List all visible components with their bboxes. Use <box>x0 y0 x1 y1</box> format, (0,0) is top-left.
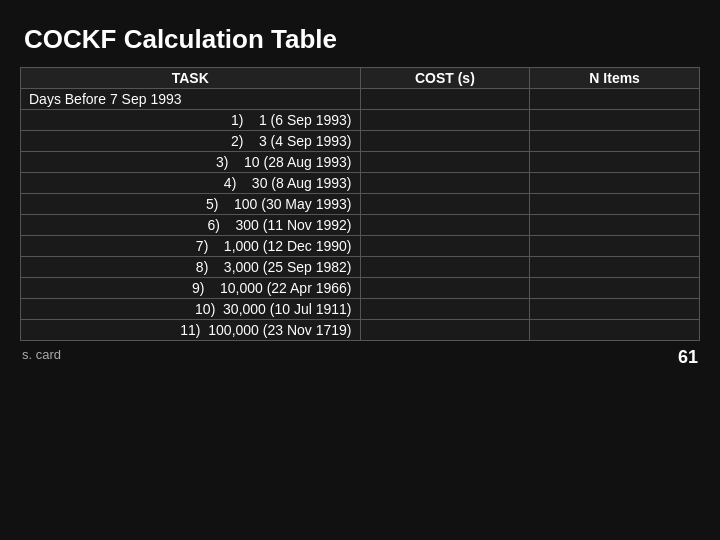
table-body: Days Before 7 Sep 1993 1)1 (6 Sep 1993)2… <box>21 89 700 341</box>
table-row: 2)3 (4 Sep 1993) <box>21 131 700 152</box>
main-container: COCKF Calculation Table TASK COST (s) N … <box>20 24 700 368</box>
nitems-cell <box>530 152 700 173</box>
calc-table: TASK COST (s) N Items Days Before 7 Sep … <box>20 67 700 341</box>
cost-cell <box>360 320 530 341</box>
task-cell: 1)1 (6 Sep 1993) <box>21 110 361 131</box>
task-cell: 2)3 (4 Sep 1993) <box>21 131 361 152</box>
task-cell: 9)10,000 (22 Apr 1966) <box>21 278 361 299</box>
table-row: 3)10 (28 Aug 1993) <box>21 152 700 173</box>
task-cell: 4)30 (8 Aug 1993) <box>21 173 361 194</box>
footer-right: 61 <box>678 347 698 368</box>
task-cell: 6)300 (11 Nov 1992) <box>21 215 361 236</box>
row-num: 3) <box>216 154 244 170</box>
cost-cell <box>360 215 530 236</box>
header-task: TASK <box>21 68 361 89</box>
row-num: 10) <box>195 301 223 317</box>
table-row: 10)30,000 (10 Jul 1911) <box>21 299 700 320</box>
task-cell: 11)100,000 (23 Nov 1719) <box>21 320 361 341</box>
nitems-cell <box>530 173 700 194</box>
row-num: 7) <box>196 238 224 254</box>
cost-cell <box>360 299 530 320</box>
nitems-cell <box>530 110 700 131</box>
table-row: 8)3,000 (25 Sep 1982) <box>21 257 700 278</box>
footer-left: s. card <box>22 347 61 368</box>
cost-cell <box>360 131 530 152</box>
row-num: 6) <box>208 217 236 233</box>
nitems-cell <box>530 215 700 236</box>
header-cost: COST (s) <box>360 68 530 89</box>
row-num: 2) <box>231 133 259 149</box>
nitems-cell <box>530 257 700 278</box>
row-num: 1) <box>231 112 259 128</box>
header-nitems: N Items <box>530 68 700 89</box>
cost-cell <box>360 173 530 194</box>
cost-cell <box>360 257 530 278</box>
footer-row: s. card 61 <box>20 347 700 368</box>
table-row: 4)30 (8 Aug 1993) <box>21 173 700 194</box>
subheader-cost-empty <box>360 89 530 110</box>
task-cell: 8)3,000 (25 Sep 1982) <box>21 257 361 278</box>
task-cell: 10)30,000 (10 Jul 1911) <box>21 299 361 320</box>
nitems-cell <box>530 194 700 215</box>
page-title: COCKF Calculation Table <box>20 24 700 55</box>
nitems-cell <box>530 236 700 257</box>
task-cell: 5)100 (30 May 1993) <box>21 194 361 215</box>
nitems-cell <box>530 131 700 152</box>
cost-cell <box>360 194 530 215</box>
row-num: 5) <box>206 196 234 212</box>
cost-cell <box>360 236 530 257</box>
task-cell: 3)10 (28 Aug 1993) <box>21 152 361 173</box>
cost-cell <box>360 110 530 131</box>
header-row: TASK COST (s) N Items <box>21 68 700 89</box>
table-row: 6)300 (11 Nov 1992) <box>21 215 700 236</box>
table-row: 9)10,000 (22 Apr 1966) <box>21 278 700 299</box>
cost-cell <box>360 152 530 173</box>
row-num: 9) <box>192 280 220 296</box>
row-num: 8) <box>196 259 224 275</box>
subheader-nitems-empty <box>530 89 700 110</box>
row-num: 4) <box>224 175 252 191</box>
table-row: 11)100,000 (23 Nov 1719) <box>21 320 700 341</box>
table-row: 5)100 (30 May 1993) <box>21 194 700 215</box>
subheader-label: Days Before 7 Sep 1993 <box>21 89 361 110</box>
subheader-row: Days Before 7 Sep 1993 <box>21 89 700 110</box>
table-row: 1)1 (6 Sep 1993) <box>21 110 700 131</box>
nitems-cell <box>530 299 700 320</box>
nitems-cell <box>530 278 700 299</box>
task-cell: 7)1,000 (12 Dec 1990) <box>21 236 361 257</box>
nitems-cell <box>530 320 700 341</box>
table-row: 7)1,000 (12 Dec 1990) <box>21 236 700 257</box>
row-num: 11) <box>180 322 208 338</box>
cost-cell <box>360 278 530 299</box>
